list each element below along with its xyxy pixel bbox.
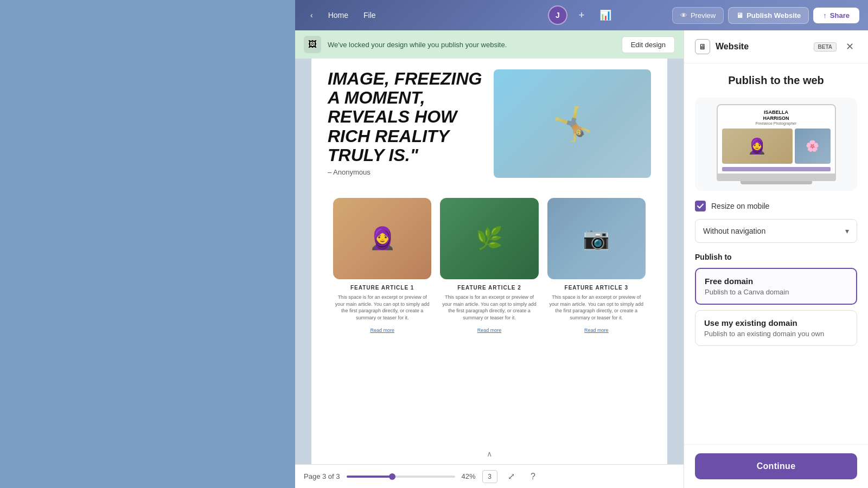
screen-images: 🧕 🌸 bbox=[722, 129, 831, 164]
analytics-icon[interactable]: 📊 bbox=[596, 5, 615, 25]
screen-title: ISABELLAHARRISON bbox=[722, 110, 831, 121]
existing-domain-desc: Publish to an existing domain you own bbox=[704, 330, 848, 338]
resize-label: Resize on mobile bbox=[711, 202, 769, 210]
scroll-indicator: ∧ bbox=[487, 450, 492, 458]
article-card-1: 🧕 FEATURE ARTICLE 1 This space is for an… bbox=[333, 198, 431, 334]
locked-message: We've locked your design while you publi… bbox=[328, 41, 615, 49]
website-preview: ISABELLAHARRISON Freelance Photographer … bbox=[695, 98, 857, 191]
panel-website-icon: 🖥 bbox=[695, 39, 710, 54]
read-more-1[interactable]: Read more bbox=[370, 328, 394, 333]
help-button[interactable]: ? bbox=[526, 469, 541, 484]
quote-attribution: – Anonymous bbox=[328, 168, 485, 176]
home-nav-button[interactable]: Home bbox=[322, 8, 355, 23]
user-avatar[interactable]: J bbox=[548, 5, 567, 25]
zoom-indicator: 42% bbox=[462, 472, 476, 480]
panel-title: Website bbox=[716, 42, 808, 52]
page-number-badge[interactable]: 3 bbox=[482, 470, 497, 483]
beta-badge: BETA bbox=[814, 42, 837, 52]
read-more-3[interactable]: Read more bbox=[584, 328, 609, 333]
add-button[interactable]: + bbox=[572, 5, 591, 25]
article-excerpt-2: This space is for an excerpt or preview … bbox=[440, 294, 538, 321]
preview-button[interactable]: 👁 Preview bbox=[672, 7, 724, 24]
navigation-dropdown[interactable]: Without navigation ▾ bbox=[695, 219, 857, 243]
right-panel: 🖥 Website BETA ✕ Publish to the web ISAB… bbox=[684, 30, 868, 488]
screen-bottom-bar bbox=[722, 167, 831, 171]
resize-row: Resize on mobile bbox=[695, 201, 857, 211]
eye-icon: 👁 bbox=[680, 11, 687, 20]
quote-text: IMAGE, FREEZING A MOMENT, REVEALS HOW RI… bbox=[328, 69, 485, 165]
panel-body: Publish to the web ISABELLAHARRISON Free… bbox=[684, 63, 868, 444]
publish-website-button[interactable]: 🖥 Publish Website bbox=[728, 7, 809, 24]
topbar: ‹ Home File J + 📊 👁 Preview 🖥 Publish bbox=[295, 0, 868, 30]
checkmark-icon bbox=[697, 203, 704, 209]
article-excerpt-3: This space is for an excerpt or preview … bbox=[547, 294, 646, 321]
free-domain-title: Free domain bbox=[705, 277, 847, 286]
read-more-2[interactable]: Read more bbox=[477, 328, 502, 333]
topbar-center: J + 📊 bbox=[548, 5, 615, 25]
continue-button[interactable]: Continue bbox=[695, 453, 857, 479]
file-label: File bbox=[363, 11, 376, 20]
share-icon: ↑ bbox=[823, 11, 827, 20]
article-image-3: 📷 bbox=[547, 198, 646, 279]
back-arrow-icon: ‹ bbox=[310, 11, 313, 20]
locked-banner: 🖼 We've locked your design while you pub… bbox=[295, 30, 684, 59]
publish-option-free[interactable]: Free domain Publish to a Canva domain bbox=[695, 268, 857, 305]
article-excerpt-1: This space is for an excerpt or preview … bbox=[333, 294, 431, 321]
laptop-screen: ISABELLAHARRISON Freelance Photographer … bbox=[717, 104, 836, 175]
laptop-base bbox=[717, 175, 836, 181]
content-area: 🖼 We've locked your design while you pub… bbox=[295, 30, 868, 488]
topbar-right: 👁 Preview 🖥 Publish Website ↑ Share bbox=[672, 7, 859, 24]
resize-checkbox[interactable] bbox=[695, 201, 706, 211]
progress-thumb bbox=[389, 473, 395, 480]
progress-bar[interactable] bbox=[347, 476, 455, 478]
article-title-2: FEATURE ARTICLE 2 bbox=[440, 285, 538, 291]
article-card-3: 📷 FEATURE ARTICLE 3 This space is for an… bbox=[547, 198, 646, 334]
chevron-down-icon: ▾ bbox=[845, 227, 849, 235]
panel-footer: Continue bbox=[684, 444, 868, 488]
expand-button[interactable]: ⤢ bbox=[504, 469, 519, 484]
screen-side-image: 🌸 bbox=[795, 129, 830, 164]
publish-icon: 🖥 bbox=[736, 11, 743, 20]
panel-close-button[interactable]: ✕ bbox=[842, 39, 857, 54]
free-domain-desc: Publish to a Canva domain bbox=[705, 288, 847, 296]
article-card-2: 🌿 FEATURE ARTICLE 2 This space is for an… bbox=[440, 198, 538, 334]
share-button[interactable]: ↑ Share bbox=[813, 8, 859, 23]
canvas-content: IMAGE, FREEZING A MOMENT, REVEALS HOW RI… bbox=[311, 59, 667, 488]
edit-design-button[interactable]: Edit design bbox=[622, 36, 675, 53]
section-title: Publish to the web bbox=[695, 74, 857, 87]
article-image-2: 🌿 bbox=[440, 198, 538, 279]
canvas-area: 🖼 We've locked your design while you pub… bbox=[295, 30, 684, 488]
lock-icon: 🖼 bbox=[304, 36, 321, 53]
panel-header: 🖥 Website BETA ✕ bbox=[684, 30, 868, 63]
publish-to-label: Publish to bbox=[695, 253, 857, 261]
publish-option-existing[interactable]: Use my existing domain Publish to an exi… bbox=[695, 310, 857, 346]
page-indicator: Page 3 of 3 bbox=[304, 472, 340, 480]
screen-subtitle: Freelance Photographer bbox=[722, 121, 831, 125]
hero-image: 🤸 bbox=[494, 69, 651, 178]
progress-fill bbox=[347, 476, 392, 478]
laptop-mockup: ISABELLAHARRISON Freelance Photographer … bbox=[717, 104, 836, 184]
file-nav-button[interactable]: File bbox=[357, 8, 382, 23]
article-image-1: 🧕 bbox=[333, 198, 431, 279]
article-title-3: FEATURE ARTICLE 3 bbox=[547, 285, 646, 291]
laptop-stand bbox=[741, 181, 812, 184]
home-label: Home bbox=[328, 11, 348, 20]
article-title-1: FEATURE ARTICLE 1 bbox=[333, 285, 431, 291]
existing-domain-title: Use my existing domain bbox=[704, 318, 848, 328]
screen-main-image: 🧕 bbox=[722, 129, 793, 164]
bottom-toolbar: Page 3 of 3 42% 3 ⤢ ? bbox=[295, 464, 684, 488]
articles-grid: 🧕 FEATURE ARTICLE 1 This space is for an… bbox=[328, 198, 651, 334]
screen-content: ISABELLAHARRISON Freelance Photographer … bbox=[718, 105, 835, 168]
page-content: IMAGE, FREEZING A MOMENT, REVEALS HOW RI… bbox=[311, 59, 667, 345]
navigation-value: Without navigation bbox=[703, 227, 765, 235]
back-button[interactable]: ‹ bbox=[304, 8, 320, 23]
